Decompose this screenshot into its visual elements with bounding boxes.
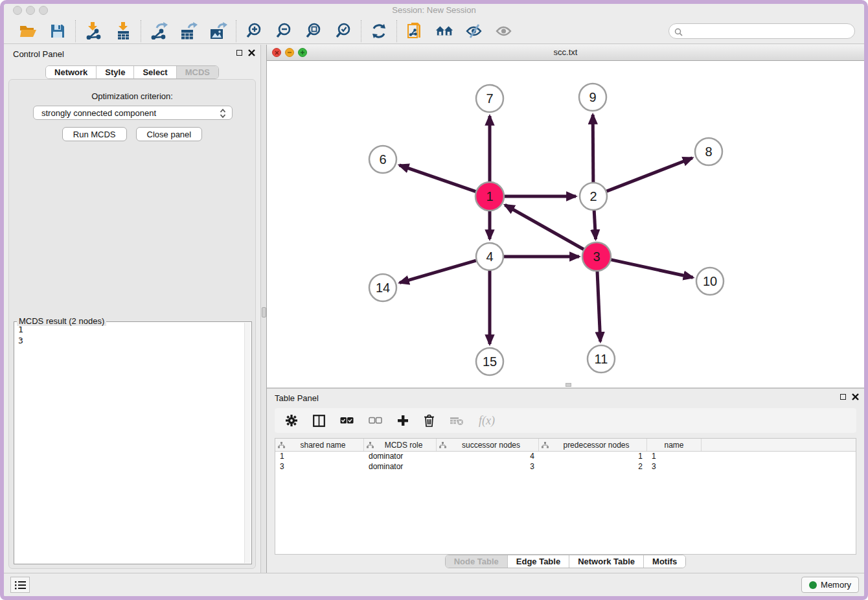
network-window-titlebar[interactable]: scc.txt — [267, 45, 864, 61]
table-cell[interactable]: dominator — [364, 452, 437, 462]
mcds-result-text[interactable]: 1 3 — [16, 324, 244, 562]
table-cell[interactable]: 1 — [539, 452, 647, 462]
hide-graphics-icon[interactable] — [465, 22, 483, 40]
column-header-name[interactable]: name — [647, 439, 702, 451]
add-row-icon[interactable] — [397, 415, 409, 426]
zoom-in-icon[interactable] — [245, 22, 263, 40]
zoom-out-icon[interactable] — [275, 22, 293, 40]
zoom-fit-icon[interactable] — [304, 22, 323, 40]
columns-icon[interactable] — [313, 415, 325, 427]
graph-svg: 7968124314101511 — [267, 61, 864, 387]
panel-split-divider[interactable] — [260, 45, 267, 573]
edge-1-6[interactable] — [400, 165, 477, 192]
memory-status-icon — [809, 581, 817, 589]
column-header-label: successor nodes — [446, 441, 536, 450]
import-network-icon[interactable] — [84, 22, 102, 40]
search-icon — [674, 27, 683, 39]
table-panel: Table Panel — [267, 387, 864, 573]
table-close-panel-icon[interactable] — [852, 393, 859, 400]
graph-node-label-8: 8 — [705, 144, 712, 159]
table-tab-edge-table[interactable]: Edge Table — [508, 555, 569, 568]
column-header-label: name — [650, 441, 698, 450]
run-mcds-button[interactable]: Run MCDS — [62, 127, 127, 141]
select-all-icon[interactable] — [340, 417, 354, 424]
table-tab-network-table[interactable]: Network Table — [569, 555, 644, 568]
task-history-button[interactable] — [10, 577, 30, 593]
show-graphics-icon[interactable] — [495, 22, 513, 40]
graph-node-label-10: 10 — [703, 274, 717, 288]
criterion-dropdown[interactable]: strongly connected component — [33, 106, 233, 120]
export-network-icon[interactable] — [150, 22, 168, 40]
refresh-layout-icon[interactable] — [370, 22, 388, 40]
float-panel-icon[interactable] — [236, 50, 242, 56]
edge-2-3[interactable] — [594, 211, 595, 239]
apply-function-icon: f(x) — [479, 414, 495, 428]
search-input[interactable] — [668, 23, 855, 39]
column-header-predecessor-nodes[interactable]: predecessor nodes — [539, 439, 647, 451]
deselect-all-icon[interactable] — [369, 417, 382, 424]
open-file-icon[interactable] — [19, 22, 37, 40]
edge-4-14[interactable] — [400, 260, 476, 283]
export-image-icon[interactable] — [209, 22, 227, 40]
delete-table-icon — [450, 416, 464, 426]
tab-select[interactable]: Select — [134, 66, 176, 78]
table-tabs: Node TableEdge TableNetwork TableMotifs — [445, 555, 687, 568]
import-table-icon[interactable] — [114, 22, 132, 40]
table-cell[interactable]: 3 — [437, 462, 539, 472]
table-cell[interactable]: dominator — [364, 462, 437, 472]
status-bar: Memory — [4, 573, 864, 596]
graph-node-label-4: 4 — [486, 249, 493, 264]
column-type-icon — [367, 442, 374, 448]
result-scrollbar[interactable] — [244, 323, 251, 563]
trash-icon[interactable] — [424, 414, 435, 427]
table-cell[interactable]: 1 — [275, 452, 364, 462]
tab-style[interactable]: Style — [97, 66, 134, 78]
close-panel-button[interactable]: Close panel — [136, 127, 203, 141]
gear-icon[interactable] — [285, 414, 298, 427]
export-table-icon[interactable] — [179, 22, 198, 40]
mcds-result-box: MCDS result (2 nodes) 1 3 — [14, 321, 252, 564]
run-mcds-button-label: Run MCDS — [73, 130, 116, 139]
edge-3-11[interactable] — [597, 271, 600, 341]
tab-network[interactable]: Network — [46, 66, 97, 78]
clone-network-icon[interactable] — [405, 22, 424, 40]
column-header-successor-nodes[interactable]: successor nodes — [437, 439, 539, 451]
table-cell[interactable]: 2 — [539, 462, 647, 472]
column-type-icon — [439, 442, 446, 448]
network-home-icon[interactable] — [435, 22, 453, 40]
mcds-panel: Optimization criterion: strongly connect… — [8, 79, 256, 569]
node-table[interactable]: shared nameMCDS rolesuccessor nodesprede… — [275, 438, 856, 555]
close-panel-icon[interactable] — [248, 49, 255, 56]
graph-node-label-9: 9 — [589, 90, 596, 104]
edge-2-9[interactable] — [593, 115, 593, 182]
titlebar: Session: New Session — [4, 4, 864, 18]
table-cell[interactable]: 3 — [275, 462, 364, 472]
zoom-selected-icon[interactable] — [334, 22, 352, 40]
edge-3-1[interactable] — [505, 205, 584, 249]
table-tab-motifs[interactable]: Motifs — [644, 555, 685, 568]
optimization-criterion-label: Optimization criterion: — [9, 91, 255, 101]
column-header-MCDS-role[interactable]: MCDS role — [364, 439, 437, 451]
node-table-header: shared nameMCDS rolesuccessor nodesprede… — [275, 439, 856, 452]
table-tab-node-table[interactable]: Node Table — [446, 555, 508, 568]
edge-2-8[interactable] — [607, 158, 692, 191]
table-panel-title: Table Panel — [275, 393, 319, 403]
column-type-icon — [542, 442, 549, 448]
main-toolbar — [4, 18, 864, 44]
control-panel: Control Panel NetworkStyleSelectMCDS Opt… — [4, 45, 260, 573]
table-cell[interactable]: 1 — [647, 452, 702, 462]
divider-grip[interactable] — [262, 307, 266, 317]
table-cell[interactable]: 3 — [647, 462, 702, 472]
memory-button[interactable]: Memory — [801, 577, 859, 593]
network-canvas[interactable]: 7968124314101511 — [267, 61, 864, 387]
table-row[interactable]: 3dominator323 — [275, 462, 856, 472]
table-cell[interactable]: 4 — [437, 452, 539, 462]
network-scrollbar-thumb[interactable] — [565, 383, 571, 387]
table-row[interactable]: 1dominator411 — [275, 452, 856, 462]
tab-mcds[interactable]: MCDS — [177, 66, 218, 78]
column-header-shared-name[interactable]: shared name — [275, 439, 364, 451]
edge-3-10[interactable] — [610, 260, 692, 278]
save-session-icon[interactable] — [49, 22, 67, 40]
tab-label: Motifs — [652, 557, 677, 566]
table-float-panel-icon[interactable] — [840, 394, 846, 400]
